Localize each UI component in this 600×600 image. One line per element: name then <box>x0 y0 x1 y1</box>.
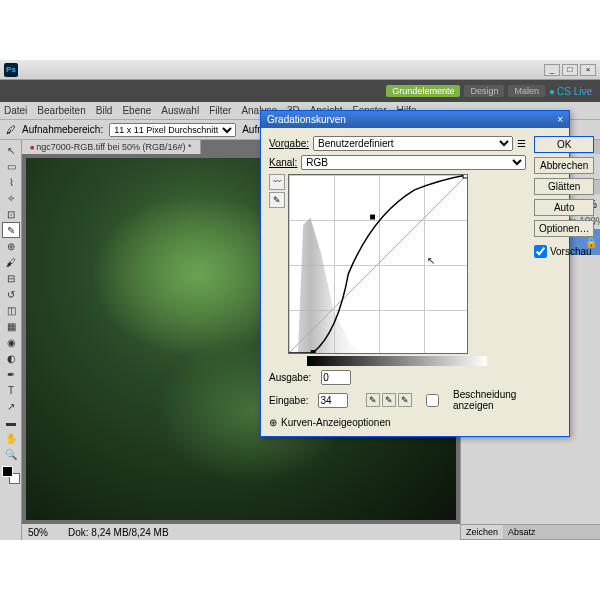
input-field[interactable] <box>318 393 348 408</box>
black-point-dropper[interactable]: ✎ <box>366 393 380 407</box>
display-options-toggle[interactable]: Kurven-Anzeigeoptionen <box>269 417 526 428</box>
type-tool[interactable]: T <box>2 382 20 398</box>
preset-label: Vorgabe: <box>269 138 309 149</box>
menu-ebene[interactable]: Ebene <box>122 105 151 116</box>
input-gradient <box>307 356 487 366</box>
curves-graph[interactable]: ↖ <box>288 174 468 354</box>
brush-tool[interactable]: 🖌 <box>2 254 20 270</box>
crop-tool[interactable]: ⊡ <box>2 206 20 222</box>
preview-checkbox[interactable] <box>534 245 547 258</box>
eyedropper-tool[interactable]: ✎ <box>2 222 20 238</box>
eraser-tool[interactable]: ◫ <box>2 302 20 318</box>
blur-tool[interactable]: ◉ <box>2 334 20 350</box>
control-point[interactable] <box>370 215 375 220</box>
gray-point-dropper[interactable]: ✎ <box>382 393 396 407</box>
output-field[interactable] <box>321 370 351 385</box>
menu-bearbeiten[interactable]: Bearbeiten <box>37 105 85 116</box>
output-label: Ausgabe: <box>269 372 311 383</box>
wand-tool[interactable]: ✧ <box>2 190 20 206</box>
shape-tool[interactable]: ▬ <box>2 414 20 430</box>
zoom-level[interactable]: 50% <box>28 527 48 538</box>
ok-button[interactable]: OK <box>534 136 595 153</box>
status-bar: 50% Dok: 8,24 MB/8,24 MB <box>22 524 460 540</box>
history-brush-tool[interactable]: ↺ <box>2 286 20 302</box>
workspace-design[interactable]: Design <box>464 85 504 97</box>
sample-size-select[interactable]: 11 x 11 Pixel Durchschnitt <box>109 123 236 137</box>
menu-auswahl[interactable]: Auswahl <box>161 105 199 116</box>
workspace-bar: Grundelemente Design Malen CS Live <box>0 80 600 102</box>
menu-datei[interactable]: Datei <box>4 105 27 116</box>
paragraph-tab[interactable]: Absatz <box>503 525 541 539</box>
eyedropper-indicator: 🖊 <box>6 124 16 135</box>
lasso-tool[interactable]: ⌇ <box>2 174 20 190</box>
foreground-color[interactable] <box>2 466 13 477</box>
dialog-titlebar[interactable]: Gradationskurven × <box>261 111 569 128</box>
preset-select[interactable]: Benutzerdefiniert <box>313 136 513 151</box>
stamp-tool[interactable]: ⊟ <box>2 270 20 286</box>
path-tool[interactable]: ↗ <box>2 398 20 414</box>
close-button[interactable]: × <box>580 64 596 76</box>
dodge-tool[interactable]: ◐ <box>2 350 20 366</box>
maximize-button[interactable]: □ <box>562 64 578 76</box>
smooth-button[interactable]: Glätten <box>534 178 595 195</box>
cancel-button[interactable]: Abbrechen <box>534 157 595 174</box>
cs-live-button[interactable]: CS Live <box>549 86 592 97</box>
dialog-close-icon[interactable]: × <box>557 114 563 125</box>
preset-menu-icon[interactable]: ☰ <box>517 138 526 149</box>
curve-line: ↖ <box>289 175 467 353</box>
gradient-tool[interactable]: ▦ <box>2 318 20 334</box>
doc-size: Dok: 8,24 MB/8,24 MB <box>68 527 169 538</box>
heal-tool[interactable]: ⊕ <box>2 238 20 254</box>
channel-select[interactable]: RGB <box>301 155 526 170</box>
input-label: Eingabe: <box>269 395 308 406</box>
auto-button[interactable]: Auto <box>534 199 595 216</box>
pen-tool[interactable]: ✒ <box>2 366 20 382</box>
curve-point-tool[interactable]: 〰 <box>269 174 285 190</box>
document-tab[interactable]: ngc7000-RGB.tiff bei 50% (RGB/16#) * <box>22 140 201 154</box>
move-tool[interactable]: ↖ <box>2 142 20 158</box>
control-point[interactable] <box>463 175 467 178</box>
character-tab[interactable]: Zeichen <box>461 525 503 539</box>
white-point-dropper[interactable]: ✎ <box>398 393 412 407</box>
dialog-title: Gradationskurven <box>267 114 346 125</box>
menu-bild[interactable]: Bild <box>96 105 113 116</box>
svg-line-0 <box>289 175 467 353</box>
titlebar: Ps _ □ × <box>0 60 600 80</box>
color-swatch[interactable] <box>2 466 20 484</box>
clipping-checkbox[interactable] <box>422 394 442 407</box>
clipping-label: Beschneidung anzeigen <box>453 389 526 411</box>
cursor-icon: ↖ <box>427 255 435 266</box>
sample-label: Aufnahmebereich: <box>22 124 103 135</box>
tool-palette: ↖ ▭ ⌇ ✧ ⊡ ✎ ⊕ 🖌 ⊟ ↺ ◫ ▦ ◉ ◐ ✒ T ↗ ▬ ✋ 🔍 <box>0 140 22 540</box>
zoom-tool[interactable]: 🔍 <box>2 446 20 462</box>
options-button[interactable]: Optionen… <box>534 220 595 237</box>
preview-label: Vorschau <box>550 246 592 257</box>
channel-label: Kanal: <box>269 157 297 168</box>
menu-filter[interactable]: Filter <box>209 105 231 116</box>
marquee-tool[interactable]: ▭ <box>2 158 20 174</box>
workspace-grundelemente[interactable]: Grundelemente <box>386 85 460 97</box>
minimize-button[interactable]: _ <box>544 64 560 76</box>
app-logo: Ps <box>4 63 18 77</box>
control-point[interactable] <box>311 350 316 353</box>
workspace-malen[interactable]: Malen <box>508 85 545 97</box>
hand-tool[interactable]: ✋ <box>2 430 20 446</box>
curves-dialog: Gradationskurven × Vorgabe: Benutzerdefi… <box>260 110 570 437</box>
curve-pencil-tool[interactable]: ✎ <box>269 192 285 208</box>
